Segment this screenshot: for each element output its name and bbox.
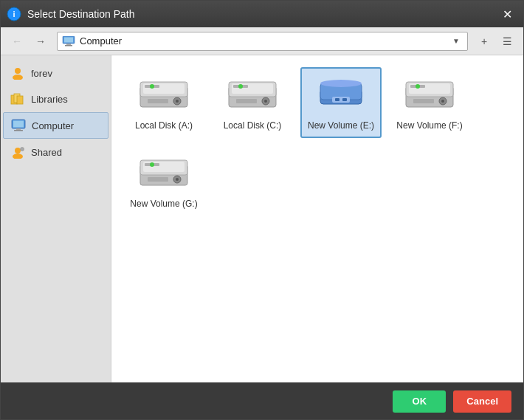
file-item-local-a[interactable]: Local Disk (A:)	[123, 67, 204, 138]
svg-point-36	[320, 80, 362, 87]
main-content: forev Libraries	[1, 55, 523, 382]
svg-point-33	[238, 84, 243, 89]
file-item-vol-e[interactable]: New Volume (E:)	[300, 67, 382, 138]
svg-rect-46	[413, 99, 434, 103]
svg-rect-38	[335, 98, 339, 101]
drive-icon-a	[137, 75, 190, 116]
forward-button[interactable]: →	[30, 32, 51, 51]
file-label-local-a: Local Disk (A:)	[135, 120, 193, 131]
sidebar-item-forev-label: forev	[31, 68, 52, 79]
sidebar-item-libraries[interactable]: Libraries	[3, 86, 108, 111]
svg-point-25	[150, 84, 154, 89]
file-label-vol-e: New Volume (E:)	[308, 120, 374, 131]
dialog: i Select Destination Path ✕ ← → Computer…	[0, 0, 524, 420]
svg-point-6	[15, 68, 21, 74]
svg-rect-5	[65, 45, 72, 47]
file-label-vol-f: New Volume (F:)	[396, 120, 462, 131]
svg-point-17	[21, 148, 24, 151]
sidebar-item-libraries-label: Libraries	[31, 94, 68, 105]
file-item-vol-g[interactable]: New Volume (G:)	[123, 145, 204, 216]
svg-point-31	[264, 100, 267, 103]
svg-rect-39	[342, 98, 347, 101]
svg-point-7	[13, 75, 23, 80]
svg-point-16	[13, 154, 23, 159]
view-toggle-button[interactable]: ☰	[497, 32, 517, 51]
svg-rect-12	[13, 121, 24, 128]
drive-icon-c	[226, 75, 279, 116]
svg-rect-14	[14, 130, 23, 131]
svg-point-23	[176, 100, 179, 103]
svg-point-15	[15, 148, 21, 154]
file-item-local-c[interactable]: Local Disk (C:)	[212, 67, 293, 138]
close-button[interactable]: ✕	[497, 4, 517, 24]
file-grid-area: Local Disk (A:)	[111, 55, 523, 382]
dialog-title: Select Destination Path	[27, 8, 497, 20]
sidebar-item-computer-label: Computer	[32, 120, 74, 131]
toolbar-right-buttons: + ☰	[474, 32, 517, 51]
svg-rect-4	[66, 44, 71, 45]
svg-rect-24	[148, 99, 168, 103]
bottom-bar: OK Cancel	[1, 382, 523, 419]
svg-text:i: i	[13, 10, 15, 18]
back-button[interactable]: ←	[7, 32, 27, 51]
svg-rect-13	[16, 128, 21, 130]
app-icon: i	[7, 7, 21, 21]
user-icon	[10, 66, 25, 80]
cancel-button[interactable]: Cancel	[453, 390, 511, 413]
address-bar: Computer ▼	[57, 32, 468, 51]
svg-rect-37	[332, 97, 350, 103]
computer-icon	[62, 36, 75, 47]
address-dropdown-button[interactable]: ▼	[449, 35, 463, 48]
svg-rect-54	[148, 177, 168, 182]
new-folder-button[interactable]: +	[474, 32, 494, 51]
address-text: Computer	[80, 35, 445, 47]
svg-point-53	[176, 178, 179, 181]
svg-point-47	[416, 84, 420, 89]
computer-sidebar-icon	[11, 119, 26, 132]
ok-button[interactable]: OK	[393, 390, 446, 413]
sidebar-item-forev[interactable]: forev	[3, 61, 108, 86]
sidebar: forev Libraries	[1, 55, 111, 382]
svg-rect-32	[236, 99, 257, 103]
drive-icon-e	[314, 75, 368, 116]
title-bar: i Select Destination Path ✕	[1, 1, 523, 27]
file-label-local-c: Local Disk (C:)	[224, 120, 282, 131]
drive-icon-g	[137, 153, 190, 194]
file-item-vol-f[interactable]: New Volume (F:)	[389, 67, 470, 138]
svg-point-55	[150, 162, 154, 167]
file-grid: Local Disk (A:)	[123, 67, 511, 216]
svg-rect-10	[17, 96, 23, 104]
drive-icon-f	[403, 75, 456, 116]
file-label-vol-g: New Volume (G:)	[130, 199, 197, 209]
toolbar: ← → Computer ▼ + ☰	[1, 27, 523, 55]
svg-rect-3	[64, 37, 73, 42]
sidebar-item-shared-label: Shared	[31, 147, 62, 158]
library-icon	[10, 92, 25, 106]
shared-icon	[10, 145, 25, 159]
sidebar-item-shared[interactable]: Shared	[3, 140, 108, 165]
sidebar-item-computer[interactable]: Computer	[3, 112, 108, 139]
svg-point-45	[441, 100, 444, 103]
